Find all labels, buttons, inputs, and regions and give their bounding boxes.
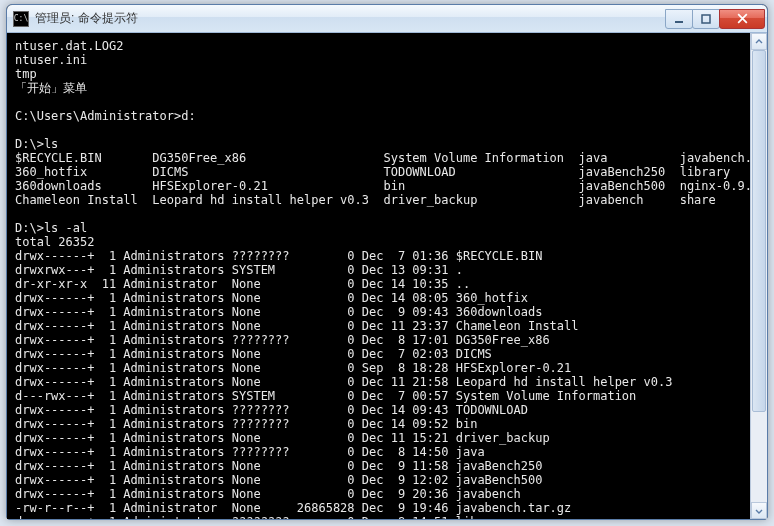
svg-rect-0	[675, 21, 683, 23]
minimize-icon	[673, 13, 685, 25]
app-icon: C:\	[13, 11, 29, 27]
window-controls	[666, 9, 765, 29]
terminal-output[interactable]: ntuser.dat.LOG2 ntuser.ini tmp 「开始」菜单 C:…	[7, 33, 767, 519]
scroll-thumb[interactable]	[752, 50, 766, 412]
titlebar[interactable]: C:\ 管理员: 命令提示符	[7, 5, 767, 33]
scroll-up-button[interactable]	[751, 33, 767, 50]
command-prompt-window: C:\ 管理员: 命令提示符 ntuser.dat.LOG2 ntuser.in…	[6, 4, 768, 520]
chevron-up-icon	[755, 38, 763, 46]
close-button[interactable]	[719, 9, 765, 29]
maximize-button[interactable]	[692, 9, 720, 29]
svg-rect-1	[702, 15, 710, 23]
scroll-down-button[interactable]	[751, 502, 767, 519]
close-icon	[736, 12, 749, 25]
minimize-button[interactable]	[665, 9, 693, 29]
maximize-icon	[700, 13, 712, 25]
vertical-scrollbar[interactable]	[750, 33, 767, 519]
window-title: 管理员: 命令提示符	[35, 10, 666, 27]
scroll-track[interactable]	[751, 50, 767, 502]
chevron-down-icon	[755, 507, 763, 515]
